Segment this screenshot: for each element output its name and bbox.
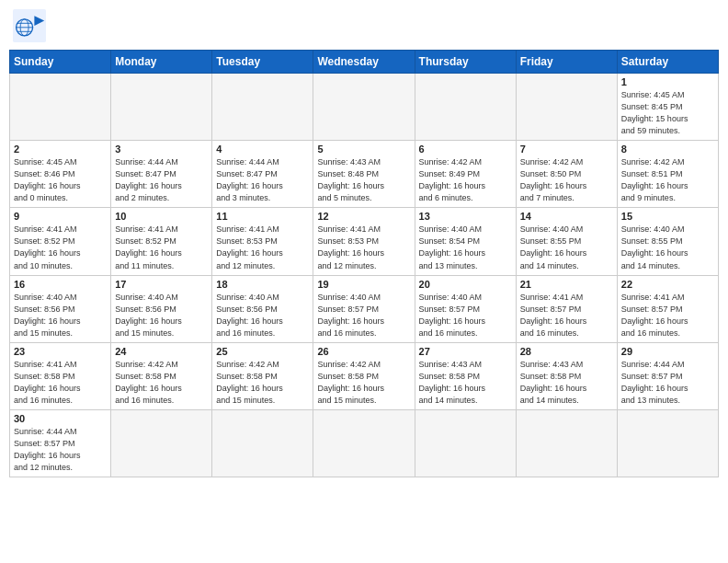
day-number: 7 — [520, 144, 613, 155]
day-number: 24 — [115, 346, 208, 357]
day-info: Sunrise: 4:42 AM Sunset: 8:58 PM Dayligh… — [115, 359, 208, 407]
calendar-week-4: 16Sunrise: 4:40 AM Sunset: 8:56 PM Dayli… — [10, 275, 719, 342]
calendar-day-cell: 13Sunrise: 4:40 AM Sunset: 8:54 PM Dayli… — [415, 208, 516, 275]
calendar-day-cell: 12Sunrise: 4:41 AM Sunset: 8:53 PM Dayli… — [313, 208, 415, 275]
day-number: 6 — [419, 144, 512, 155]
day-info: Sunrise: 4:41 AM Sunset: 8:53 PM Dayligh… — [317, 224, 410, 271]
day-info: Sunrise: 4:42 AM Sunset: 8:51 PM Dayligh… — [621, 156, 714, 204]
day-info: Sunrise: 4:45 AM Sunset: 8:45 PM Dayligh… — [621, 89, 714, 137]
day-number: 30 — [14, 413, 107, 424]
col-friday: Friday — [516, 51, 617, 74]
day-info: Sunrise: 4:40 AM Sunset: 8:55 PM Dayligh… — [621, 224, 714, 271]
day-info: Sunrise: 4:40 AM Sunset: 8:57 PM Dayligh… — [419, 292, 512, 339]
day-number: 19 — [317, 279, 410, 290]
day-info: Sunrise: 4:45 AM Sunset: 8:46 PM Dayligh… — [14, 156, 107, 204]
calendar-day-cell: 22Sunrise: 4:41 AM Sunset: 8:57 PM Dayli… — [617, 275, 718, 342]
calendar-day-cell — [313, 409, 415, 477]
calendar-day-cell: 20Sunrise: 4:40 AM Sunset: 8:57 PM Dayli… — [415, 275, 516, 342]
day-number: 12 — [317, 211, 410, 222]
day-info: Sunrise: 4:43 AM Sunset: 8:58 PM Dayligh… — [419, 359, 512, 407]
day-number: 23 — [14, 346, 107, 357]
day-info: Sunrise: 4:41 AM Sunset: 8:57 PM Dayligh… — [621, 292, 714, 339]
day-number: 18 — [216, 279, 309, 290]
calendar-day-cell: 11Sunrise: 4:41 AM Sunset: 8:53 PM Dayli… — [212, 208, 313, 275]
day-info: Sunrise: 4:44 AM Sunset: 8:47 PM Dayligh… — [216, 156, 309, 204]
calendar-day-cell: 4Sunrise: 4:44 AM Sunset: 8:47 PM Daylig… — [212, 141, 313, 208]
page-header — [9, 9, 719, 42]
calendar-day-cell: 27Sunrise: 4:43 AM Sunset: 8:58 PM Dayli… — [415, 342, 516, 409]
day-number: 22 — [621, 279, 714, 290]
calendar-day-cell: 23Sunrise: 4:41 AM Sunset: 8:58 PM Dayli… — [10, 342, 111, 409]
day-number: 20 — [419, 279, 512, 290]
calendar-day-cell: 30Sunrise: 4:44 AM Sunset: 8:57 PM Dayli… — [10, 409, 111, 477]
calendar-week-3: 9Sunrise: 4:41 AM Sunset: 8:52 PM Daylig… — [10, 208, 719, 275]
calendar-week-1: 1Sunrise: 4:45 AM Sunset: 8:45 PM Daylig… — [10, 74, 719, 141]
calendar-day-cell: 28Sunrise: 4:43 AM Sunset: 8:58 PM Dayli… — [516, 342, 617, 409]
day-info: Sunrise: 4:42 AM Sunset: 8:50 PM Dayligh… — [520, 156, 613, 204]
calendar-day-cell: 26Sunrise: 4:42 AM Sunset: 8:58 PM Dayli… — [313, 342, 415, 409]
calendar-day-cell: 8Sunrise: 4:42 AM Sunset: 8:51 PM Daylig… — [617, 141, 718, 208]
day-info: Sunrise: 4:41 AM Sunset: 8:57 PM Dayligh… — [520, 292, 613, 339]
day-info: Sunrise: 4:40 AM Sunset: 8:56 PM Dayligh… — [115, 292, 208, 339]
day-info: Sunrise: 4:41 AM Sunset: 8:52 PM Dayligh… — [115, 224, 208, 271]
logo — [13, 9, 50, 42]
calendar-day-cell — [212, 74, 313, 141]
day-number: 5 — [317, 144, 410, 155]
generalblue-logo-icon — [13, 9, 46, 42]
calendar-table: Sunday Monday Tuesday Wednesday Thursday… — [9, 50, 719, 477]
col-saturday: Saturday — [617, 51, 718, 74]
calendar-day-cell: 29Sunrise: 4:44 AM Sunset: 8:57 PM Dayli… — [617, 342, 718, 409]
col-tuesday: Tuesday — [212, 51, 313, 74]
calendar-day-cell — [617, 409, 718, 477]
calendar-day-cell: 19Sunrise: 4:40 AM Sunset: 8:57 PM Dayli… — [313, 275, 415, 342]
calendar-week-6: 30Sunrise: 4:44 AM Sunset: 8:57 PM Dayli… — [10, 409, 719, 477]
calendar-day-cell: 6Sunrise: 4:42 AM Sunset: 8:49 PM Daylig… — [415, 141, 516, 208]
day-info: Sunrise: 4:43 AM Sunset: 8:58 PM Dayligh… — [520, 359, 613, 407]
calendar-day-cell: 3Sunrise: 4:44 AM Sunset: 8:47 PM Daylig… — [111, 141, 212, 208]
calendar-day-cell — [516, 409, 617, 477]
calendar-day-cell: 5Sunrise: 4:43 AM Sunset: 8:48 PM Daylig… — [313, 141, 415, 208]
calendar-day-cell — [10, 74, 111, 141]
day-info: Sunrise: 4:43 AM Sunset: 8:48 PM Dayligh… — [317, 156, 410, 204]
calendar-day-cell: 7Sunrise: 4:42 AM Sunset: 8:50 PM Daylig… — [516, 141, 617, 208]
day-info: Sunrise: 4:41 AM Sunset: 8:53 PM Dayligh… — [216, 224, 309, 271]
day-number: 4 — [216, 144, 309, 155]
day-info: Sunrise: 4:40 AM Sunset: 8:54 PM Dayligh… — [419, 224, 512, 271]
day-number: 28 — [520, 346, 613, 357]
day-info: Sunrise: 4:42 AM Sunset: 8:58 PM Dayligh… — [317, 359, 410, 407]
calendar-header-row: Sunday Monday Tuesday Wednesday Thursday… — [10, 51, 719, 74]
calendar-day-cell — [212, 409, 313, 477]
day-number: 2 — [14, 144, 107, 155]
calendar-week-5: 23Sunrise: 4:41 AM Sunset: 8:58 PM Dayli… — [10, 342, 719, 409]
day-info: Sunrise: 4:40 AM Sunset: 8:56 PM Dayligh… — [216, 292, 309, 339]
day-info: Sunrise: 4:44 AM Sunset: 8:47 PM Dayligh… — [115, 156, 208, 204]
day-info: Sunrise: 4:44 AM Sunset: 8:57 PM Dayligh… — [621, 359, 714, 407]
day-info: Sunrise: 4:40 AM Sunset: 8:57 PM Dayligh… — [317, 292, 410, 339]
col-sunday: Sunday — [10, 51, 111, 74]
calendar-day-cell: 9Sunrise: 4:41 AM Sunset: 8:52 PM Daylig… — [10, 208, 111, 275]
calendar-day-cell: 25Sunrise: 4:42 AM Sunset: 8:58 PM Dayli… — [212, 342, 313, 409]
calendar-week-2: 2Sunrise: 4:45 AM Sunset: 8:46 PM Daylig… — [10, 141, 719, 208]
day-number: 21 — [520, 279, 613, 290]
day-number: 25 — [216, 346, 309, 357]
calendar-day-cell — [415, 409, 516, 477]
day-info: Sunrise: 4:42 AM Sunset: 8:58 PM Dayligh… — [216, 359, 309, 407]
day-number: 1 — [621, 76, 714, 87]
day-info: Sunrise: 4:40 AM Sunset: 8:55 PM Dayligh… — [520, 224, 613, 271]
day-number: 11 — [216, 211, 309, 222]
day-number: 26 — [317, 346, 410, 357]
calendar-day-cell: 18Sunrise: 4:40 AM Sunset: 8:56 PM Dayli… — [212, 275, 313, 342]
day-info: Sunrise: 4:44 AM Sunset: 8:57 PM Dayligh… — [14, 426, 107, 474]
calendar-day-cell: 24Sunrise: 4:42 AM Sunset: 8:58 PM Dayli… — [111, 342, 212, 409]
day-number: 10 — [115, 211, 208, 222]
calendar-day-cell: 10Sunrise: 4:41 AM Sunset: 8:52 PM Dayli… — [111, 208, 212, 275]
col-thursday: Thursday — [415, 51, 516, 74]
day-info: Sunrise: 4:41 AM Sunset: 8:58 PM Dayligh… — [14, 359, 107, 407]
day-number: 14 — [520, 211, 613, 222]
day-info: Sunrise: 4:40 AM Sunset: 8:56 PM Dayligh… — [14, 292, 107, 339]
day-info: Sunrise: 4:41 AM Sunset: 8:52 PM Dayligh… — [14, 224, 107, 271]
calendar-day-cell — [415, 74, 516, 141]
calendar-day-cell — [111, 74, 212, 141]
calendar-day-cell: 21Sunrise: 4:41 AM Sunset: 8:57 PM Dayli… — [516, 275, 617, 342]
col-monday: Monday — [111, 51, 212, 74]
